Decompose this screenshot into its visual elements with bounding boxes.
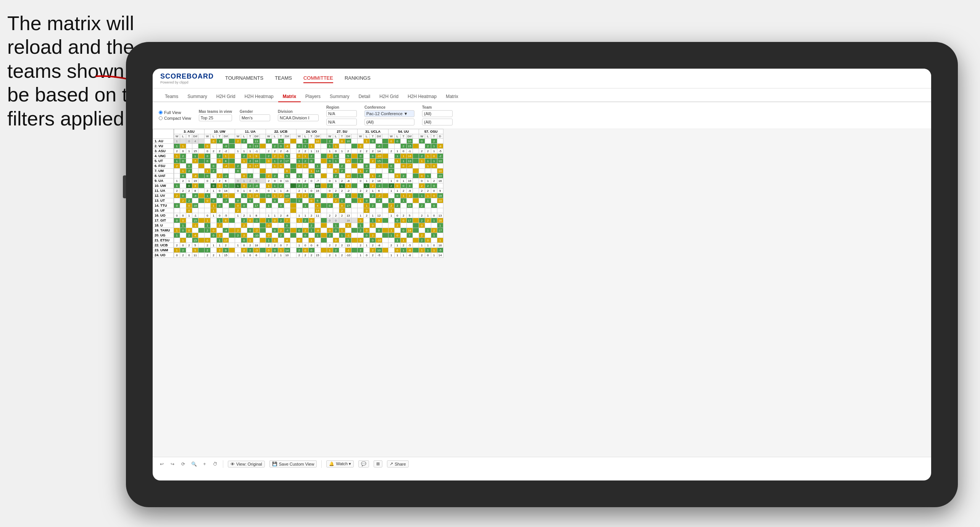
matrix-cell bbox=[229, 164, 235, 169]
zoom-in-icon[interactable]: + bbox=[201, 461, 208, 467]
subnav-players[interactable]: Players bbox=[301, 92, 325, 102]
subnav-h2h-heatmap2[interactable]: H2H Heatmap bbox=[403, 92, 441, 102]
matrix-cell bbox=[413, 248, 419, 253]
team-select-2[interactable]: (All) bbox=[422, 119, 453, 125]
matrix-cell: 0 bbox=[394, 248, 400, 253]
matrix-cell: 2 bbox=[388, 243, 394, 248]
matrix-cell: 1 bbox=[388, 178, 394, 183]
matrix-cell bbox=[229, 159, 235, 164]
conference-select-2[interactable]: (All) bbox=[364, 119, 414, 125]
matrix-cell bbox=[186, 248, 192, 253]
nav-committee[interactable]: COMMITTEE bbox=[303, 74, 333, 83]
subnav-summary2[interactable]: Summary bbox=[325, 92, 354, 102]
matrix-cell: -2 bbox=[223, 149, 229, 154]
matrix-cell: 4 bbox=[314, 203, 321, 208]
matrix-area[interactable]: 3. ASU 10. UW 11. UA 22. UCB 24. UO 27. … bbox=[153, 129, 931, 457]
matrix-cell: 5 bbox=[284, 154, 290, 159]
matrix-cell: 1 bbox=[333, 253, 339, 258]
matrix-cell: 0 bbox=[217, 213, 223, 218]
subnav-matrix2[interactable]: Matrix bbox=[441, 92, 463, 102]
matrix-cell: 16 bbox=[406, 154, 413, 159]
region-select[interactable]: N/A East West bbox=[326, 110, 357, 117]
matrix-cell bbox=[314, 248, 321, 253]
max-teams-select[interactable]: Top 25 Top 10 All bbox=[199, 114, 232, 121]
matrix-cell bbox=[174, 198, 180, 203]
matrix-cell bbox=[290, 164, 296, 169]
matrix-cell: 2 bbox=[419, 203, 425, 208]
table-row: 18. U1-11220021310201 bbox=[153, 223, 443, 228]
matrix-cell: 1 bbox=[333, 144, 339, 149]
nav-rankings[interactable]: RANKINGS bbox=[345, 74, 371, 83]
matrix-cell: 0 bbox=[394, 218, 400, 223]
matrix-cell bbox=[333, 233, 339, 238]
matrix-cell: 1 bbox=[308, 149, 314, 154]
subnav-teams[interactable]: Teams bbox=[160, 92, 183, 102]
matrix-cell: 2 bbox=[241, 223, 247, 228]
save-custom-button[interactable]: 💾 Save Custom View bbox=[269, 460, 317, 468]
matrix-cell: 0 bbox=[278, 144, 284, 149]
matrix-cell: -1 bbox=[253, 218, 260, 223]
gender-select[interactable]: Men's Women's bbox=[240, 114, 270, 121]
matrix-cell: 1 bbox=[186, 178, 192, 183]
grid-button[interactable]: ⊞ bbox=[374, 460, 382, 468]
matrix-cell: -2 bbox=[345, 188, 351, 193]
matrix-cell bbox=[247, 203, 253, 208]
watch-button[interactable]: 🔔 Watch ▾ bbox=[326, 460, 354, 468]
conference-select[interactable]: Pac-12 Conference ▼ (All) ACC Big Ten bbox=[364, 110, 414, 117]
subnav-detail[interactable]: Detail bbox=[354, 92, 375, 102]
matrix-cell: 8 bbox=[192, 188, 198, 193]
matrix-cell: 1 bbox=[296, 218, 302, 223]
matrix-cell: 2 bbox=[339, 243, 345, 248]
zoom-out-icon[interactable]: 🔍 bbox=[191, 461, 197, 467]
matrix-cell: 15 bbox=[406, 203, 413, 208]
team-name-cell: 17. GIT bbox=[153, 218, 174, 223]
matrix-cell: 1 bbox=[364, 183, 370, 188]
matrix-cell: 1 bbox=[370, 174, 376, 178]
nav-teams[interactable]: TEAMS bbox=[275, 74, 292, 83]
matrix-cell: 15 bbox=[345, 159, 351, 164]
matrix-cell: 1 bbox=[308, 238, 314, 243]
matrix-cell: 0 bbox=[327, 178, 333, 183]
team-name-cell: 22. UCB bbox=[153, 243, 174, 248]
region-select-2[interactable]: N/A bbox=[326, 119, 357, 125]
matrix-cell: -1 bbox=[345, 248, 351, 253]
refresh-icon[interactable]: ⟳ bbox=[180, 461, 186, 467]
team-name-cell: 4. UNC bbox=[153, 154, 174, 159]
division-filter: Division NCAA Division I NCAA Division I… bbox=[278, 109, 319, 121]
matrix-cell bbox=[321, 248, 327, 253]
matrix-cell bbox=[382, 178, 388, 183]
matrix-cell: 2 bbox=[180, 154, 186, 159]
share-button[interactable]: ↗ Share bbox=[387, 460, 408, 468]
matrix-cell: -8 bbox=[345, 178, 351, 183]
matrix-cell bbox=[351, 164, 358, 169]
matrix-cell bbox=[314, 154, 321, 159]
view-original-button[interactable]: 👁 View: Original bbox=[228, 461, 265, 468]
matrix-cell: 9 bbox=[253, 178, 260, 183]
matrix-cell bbox=[260, 178, 266, 183]
matrix-cell: 0 bbox=[308, 218, 314, 223]
matrix-cell bbox=[260, 169, 266, 174]
matrix-cell bbox=[308, 203, 314, 208]
nav-tournaments[interactable]: TOURNAMENTS bbox=[225, 74, 263, 83]
subnav-summary1[interactable]: Summary bbox=[183, 92, 211, 102]
comment-button[interactable]: 💬 bbox=[358, 460, 369, 468]
subnav-h2h-heatmap1[interactable]: H2H Heatmap bbox=[240, 92, 278, 102]
timer-icon[interactable]: ⏱ bbox=[212, 461, 218, 467]
division-select[interactable]: NCAA Division I NCAA Division II NCAA Di… bbox=[278, 114, 319, 121]
subnav-matrix1[interactable]: Matrix bbox=[278, 92, 301, 102]
matrix-cell: 1 bbox=[364, 178, 370, 183]
redo-icon[interactable]: ↪ bbox=[169, 461, 176, 467]
full-view-radio[interactable]: Full View bbox=[159, 110, 191, 115]
matrix-cell bbox=[339, 193, 345, 198]
subnav-h2h-grid2[interactable]: H2H Grid bbox=[375, 92, 403, 102]
matrix-cell bbox=[382, 193, 388, 198]
compact-view-radio[interactable]: Compact View bbox=[159, 116, 191, 121]
matrix-cell: 2 bbox=[370, 183, 376, 188]
team-select[interactable]: (All) bbox=[422, 110, 453, 117]
matrix-cell bbox=[260, 139, 266, 144]
matrix-cell bbox=[260, 218, 266, 223]
matrix-cell bbox=[388, 218, 394, 223]
subnav-h2h-grid1[interactable]: H2H Grid bbox=[212, 92, 240, 102]
matrix-cell: 1 bbox=[180, 169, 186, 174]
undo-icon[interactable]: ↩ bbox=[159, 461, 165, 467]
